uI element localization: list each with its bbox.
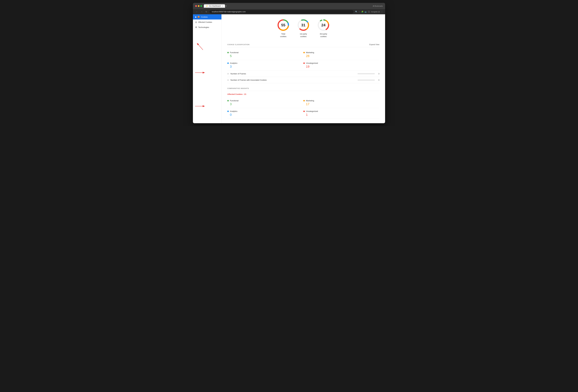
charts-row: 55 Total cookies 31 — [227, 19, 379, 38]
star-icon[interactable]: ☆ — [359, 11, 360, 13]
sidebar-item-cookies-label: Cookies — [201, 16, 208, 18]
comparative-grid: Functional 3 Marketing 17 — [227, 98, 379, 119]
marketing-dot — [303, 52, 305, 53]
split-icon[interactable]: ⬛ — [368, 11, 370, 13]
comp-uncategorized: Uncategorized 1 — [303, 108, 379, 119]
total-title: Total cookies — [280, 33, 287, 38]
donut-first-party: 31 — [297, 19, 310, 32]
affected-cookies-icon: ◎ — [195, 21, 197, 23]
uncategorized-value: 19 — [303, 65, 379, 69]
tab-favicon: ⚡ — [206, 5, 208, 7]
frames-count-1: 3 — [377, 73, 379, 75]
chart-third-party: 24 3rd party cookies — [317, 19, 330, 38]
classification-title: COOKIE CLASSIFICATION — [227, 44, 249, 45]
frames-bar-1 — [358, 73, 375, 74]
arrow-decoration-1 — [193, 41, 221, 53]
sidebar-item-technologies[interactable]: ⚙ Technologies — [193, 25, 221, 30]
back-button[interactable]: ← — [195, 10, 198, 13]
frames-bar-2 — [358, 80, 375, 80]
active-tab[interactable]: ⚡ CLI Dashboard ✕ — [204, 4, 225, 8]
marketing-value: 28 — [303, 54, 379, 58]
frames-dot-2 — [227, 79, 229, 81]
main-content: 55 Total cookies 31 — [222, 14, 385, 123]
chart-first-party: 31 1st party cookies — [297, 19, 310, 38]
comp-marketing-value: 17 — [303, 102, 379, 106]
sidebar-item-affected-cookies[interactable]: ◎ Affected Cookies — [193, 19, 221, 25]
tab-bar: ⚡ CLI Dashboard ✕ + — [204, 4, 227, 8]
cast-icon[interactable]: 📺 — [365, 11, 367, 13]
maximize-button[interactable] — [200, 5, 202, 7]
comp-uncategorized-label: Uncategorized — [306, 110, 318, 112]
close-button[interactable] — [195, 5, 197, 7]
class-header-analytics: Analytics — [227, 62, 303, 64]
uncategorized-dot — [303, 62, 305, 64]
comp-analytics: Analytics 0 — [227, 108, 303, 119]
menu-icon[interactable]: ⋮ — [381, 11, 383, 13]
classification-header: COOKIE CLASSIFICATION Expand View — [227, 43, 379, 47]
cookies-icon: ▶ 🍪 — [195, 16, 200, 18]
tab-title: CLI Dashboard — [209, 5, 221, 7]
comparative-header: COMPARATIVE INSIGHTS — [227, 87, 379, 91]
comp-marketing-dot — [303, 100, 305, 101]
frames-count-2: 3 — [377, 79, 379, 81]
marketing-label: Marketing — [306, 51, 314, 54]
new-tab-button[interactable]: + — [226, 5, 227, 7]
extensions-icon[interactable]: 🧩 — [361, 11, 363, 13]
analytics-dot — [227, 62, 229, 64]
tab-close-icon[interactable]: ✕ — [222, 5, 223, 7]
chart-total: 55 Total cookies — [277, 19, 290, 38]
comp-header-analytics: Analytics — [227, 110, 303, 112]
comp-uncategorized-dot — [303, 111, 305, 112]
first-party-value: 31 — [301, 23, 305, 27]
sidebar-item-cookies[interactable]: ▶ 🍪 Cookies — [193, 14, 221, 19]
sidebar-item-technologies-label: Technologies — [198, 26, 209, 28]
frames-label-1: Number of Frames — [231, 73, 356, 75]
forward-button[interactable]: → — [200, 10, 203, 13]
traffic-lights — [195, 5, 202, 7]
uncategorized-label: Uncategorized — [306, 62, 318, 64]
comp-header-functional: Functional — [227, 100, 303, 102]
comp-uncategorized-value: 1 — [303, 113, 379, 117]
analytics-value: 3 — [227, 65, 303, 69]
frames-label-2: Number of Frames with Associated Cookies — [231, 79, 356, 81]
bookmarks-label: All Bookmarks — [373, 5, 383, 7]
minimize-button[interactable] — [198, 5, 199, 7]
affected-cookies-label: Affected Cookies : 21 — [227, 93, 379, 95]
zoom-icon: 🔍 — [355, 11, 357, 13]
expand-view-button[interactable]: Expand View — [369, 43, 379, 45]
class-header-uncategorized: Uncategorized — [303, 62, 379, 64]
incognito-label: Incognito (2) — [371, 11, 380, 13]
comp-header-uncategorized: Uncategorized — [303, 110, 379, 112]
comp-marketing-label: Marketing — [306, 100, 314, 102]
comp-analytics-label: Analytics — [230, 110, 237, 112]
class-item-uncategorized: Uncategorized 19 — [303, 60, 379, 71]
total-value: 55 — [281, 23, 286, 27]
class-item-analytics: Analytics 3 — [227, 60, 303, 71]
functional-label: Functional — [230, 51, 239, 54]
address-bar: ← → ↻ 🔍 ☆ 🧩 📺 ⬛ Incognito (2) ⋮ — [193, 9, 385, 14]
third-party-title: 3rd party cookies — [320, 33, 327, 38]
comp-marketing: Marketing 17 — [303, 98, 379, 108]
browser-content: ▶ 🍪 Cookies ◎ Affected Cookies ⚙ Technol… — [193, 14, 385, 123]
arrow-decoration-3 — [193, 104, 221, 109]
comparative-title: COMPARATIVE INSIGHTS — [227, 87, 249, 89]
comp-analytics-dot — [227, 111, 229, 112]
frames-row-1: Number of Frames 3 — [227, 71, 379, 77]
title-bar: ⚡ CLI Dashboard ✕ + All Bookmarks — [193, 3, 385, 9]
comp-functional-label: Functional — [230, 100, 239, 102]
first-party-title: 1st party cookies — [300, 33, 307, 38]
functional-dot — [227, 52, 229, 53]
comp-header-marketing: Marketing — [303, 100, 379, 102]
comparative-section: COMPARATIVE INSIGHTS Affected Cookies : … — [227, 87, 379, 119]
donut-third-party: 24 — [317, 19, 330, 32]
comp-functional-dot — [227, 100, 229, 101]
url-input[interactable] — [210, 10, 354, 13]
third-party-value: 24 — [321, 23, 326, 27]
sidebar-item-affected-cookies-label: Affected Cookies — [198, 21, 212, 23]
comp-functional: Functional 3 — [227, 98, 303, 108]
nav-icons: 🔍 ☆ 🧩 📺 ⬛ Incognito (2) ⋮ — [355, 11, 383, 13]
reload-button[interactable]: ↻ — [205, 10, 208, 13]
classification-grid: Functional 5 Marketing 28 Anal — [227, 49, 379, 71]
class-item-marketing: Marketing 28 — [303, 49, 379, 60]
functional-value: 5 — [227, 54, 303, 58]
